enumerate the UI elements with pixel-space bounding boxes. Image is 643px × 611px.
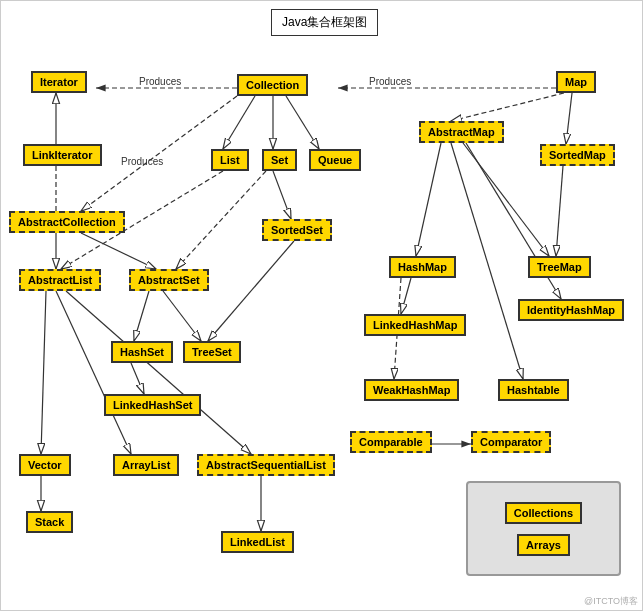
svg-line-23 [131, 363, 144, 394]
abstractset-node: AbstractSet [129, 269, 209, 291]
treemap-node: TreeMap [528, 256, 591, 278]
abstractsequentiallist-node: AbstractSequentialList [197, 454, 335, 476]
sortedset-node: SortedSet [262, 219, 332, 241]
comparator-node: Comparator [471, 431, 551, 453]
set-node: Set [262, 149, 297, 171]
weakhashmap-node: WeakHashMap [364, 379, 459, 401]
hashset-node: HashSet [111, 341, 173, 363]
title-node: Java集合框架图 [271, 9, 378, 36]
svg-line-22 [208, 241, 294, 341]
identityhashmap-node: IdentityHashMap [518, 299, 624, 321]
hashmap-node: HashMap [389, 256, 456, 278]
linkedhashset-node: LinkedHashSet [104, 394, 201, 416]
list-node: List [211, 149, 249, 171]
svg-line-26 [451, 143, 523, 379]
svg-line-13 [176, 171, 266, 269]
legend-box: Collections Arrays [466, 481, 621, 576]
map-node: Map [556, 71, 596, 93]
arraylist-node: ArrayList [113, 454, 179, 476]
arrays-node: Arrays [517, 534, 570, 556]
treeset-node: TreeSet [183, 341, 241, 363]
sortedmap-node: SortedMap [540, 144, 615, 166]
svg-line-10 [81, 233, 156, 269]
svg-line-27 [401, 278, 411, 314]
produces-label-3: Produces [121, 156, 163, 167]
svg-line-29 [556, 166, 563, 256]
svg-line-24 [416, 143, 441, 256]
produces-label-2: Produces [369, 76, 411, 87]
svg-line-25 [463, 143, 549, 256]
svg-line-20 [134, 291, 149, 341]
collections-node: Collections [505, 502, 582, 524]
svg-line-17 [66, 291, 251, 454]
svg-line-6 [566, 93, 572, 144]
svg-line-16 [56, 291, 131, 454]
svg-line-5 [451, 93, 564, 121]
svg-line-4 [286, 96, 319, 149]
queue-node: Queue [309, 149, 361, 171]
svg-line-21 [163, 291, 201, 341]
diagram: Java集合框架图 Iterator Collection Map Produc… [0, 0, 643, 611]
linkedlist-node: LinkedList [221, 531, 294, 553]
svg-line-2 [223, 96, 255, 149]
svg-line-12 [273, 171, 291, 219]
abstractcollection-node: AbstractCollection [9, 211, 125, 233]
stack-node: Stack [26, 511, 73, 533]
svg-line-15 [41, 291, 46, 454]
hashtable-node: Hashtable [498, 379, 569, 401]
vector-node: Vector [19, 454, 71, 476]
abstractlist-node: AbstractList [19, 269, 101, 291]
produces-label-1: Produces [139, 76, 181, 87]
iterator-node: Iterator [31, 71, 87, 93]
abstractmap-node: AbstractMap [419, 121, 504, 143]
watermark: @ITCTO博客 [584, 595, 638, 608]
linkiterator-node: LinkIterator [23, 144, 102, 166]
comparable-node: Comparable [350, 431, 432, 453]
linkedhashmap-node: LinkedHashMap [364, 314, 466, 336]
collection-node: Collection [237, 74, 308, 96]
